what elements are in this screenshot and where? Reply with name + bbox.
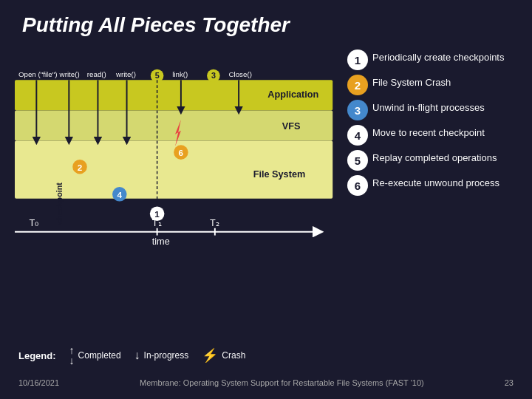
svg-text:Open ("file"): Open ("file") <box>18 70 58 78</box>
bottom-area: Legend: ↑ ↓ Completed ↓ In-progress ⚡ Cr… <box>0 332 532 377</box>
crash-bolt-icon: ⚡ <box>202 347 218 364</box>
legend-label: Legend: <box>18 350 56 361</box>
info-box-2: 2 File System Crash <box>347 73 517 95</box>
footer-date: 10/16/2021 <box>18 378 59 387</box>
info-text-4: Move to recent checkpoint <box>372 123 485 140</box>
svg-text:read(): read() <box>87 70 106 78</box>
legend-crash: ⚡ Crash <box>202 347 245 364</box>
info-number-4: 4 <box>347 125 368 146</box>
vfs-label: VFS <box>282 120 301 132</box>
info-box-6: 6 Re-execute unwound process <box>347 174 517 196</box>
diagram-area: Application VFS File System checkpoint O… <box>15 44 340 332</box>
legend-area: Legend: ↑ ↓ Completed ↓ In-progress ⚡ Cr… <box>18 345 245 366</box>
svg-text:write(): write() <box>115 70 136 78</box>
info-text-1: Periodically create checkpoints <box>372 48 504 64</box>
completed-arrows-icon: ↑ ↓ <box>69 345 75 366</box>
footer: 10/16/2021 Membrane: Operating System Su… <box>0 377 532 389</box>
diagram-svg: Application VFS File System checkpoint O… <box>15 44 340 332</box>
crash-label: Crash <box>222 350 245 361</box>
info-number-3: 3 <box>347 100 368 120</box>
info-box-4: 4 Move to recent checkpoint <box>347 123 517 146</box>
inprogress-label: In-progress <box>144 350 189 361</box>
main-content: Application VFS File System checkpoint O… <box>0 44 532 332</box>
svg-text:T₀: T₀ <box>30 217 39 228</box>
info-text-6: Re-execute unwound process <box>372 174 499 190</box>
svg-text:2: 2 <box>78 163 83 172</box>
svg-text:T₂: T₂ <box>210 217 219 228</box>
svg-text:write(): write() <box>59 70 80 78</box>
slide-title: Putting All Pieces Together <box>0 0 532 44</box>
checkpoint-label: checkpoint <box>55 183 64 225</box>
inprogress-arrow-icon: ↓ <box>134 349 140 362</box>
svg-text:link(): link() <box>172 70 188 78</box>
info-box-5: 5 Replay completed operations <box>347 149 517 171</box>
info-text-2: File System Crash <box>372 73 451 89</box>
info-text-3: Unwind in-flight processes <box>372 98 485 115</box>
footer-citation: Membrane: Operating System Support for R… <box>140 378 424 387</box>
info-box-1: 1 Periodically create checkpoints <box>347 48 517 70</box>
svg-text:3: 3 <box>211 71 216 80</box>
svg-text:Close(): Close() <box>228 70 251 78</box>
info-number-1: 1 <box>347 50 368 70</box>
svg-text:6: 6 <box>179 148 184 157</box>
svg-text:time: time <box>152 236 170 247</box>
legend-inprogress: ↓ In-progress <box>134 349 189 362</box>
completed-label: Completed <box>78 350 121 361</box>
svg-text:5: 5 <box>155 71 160 80</box>
info-number-2: 2 <box>347 75 368 95</box>
info-number-6: 6 <box>347 175 368 196</box>
info-box-3: 3 Unwind in-flight processes <box>347 98 517 120</box>
legend-completed: ↑ ↓ Completed <box>69 345 121 366</box>
footer-page: 23 <box>505 378 514 387</box>
slide: Putting All Pieces Together Application … <box>0 0 532 399</box>
arrow-down-icon: ↓ <box>69 355 75 366</box>
info-text-5: Replay completed operations <box>372 149 497 165</box>
app-label: Application <box>267 89 318 100</box>
fs-label: File System <box>253 168 306 180</box>
arrow-up-icon: ↑ <box>69 345 75 355</box>
svg-text:T₁: T₁ <box>152 217 162 228</box>
info-number-5: 5 <box>347 150 368 171</box>
svg-text:4: 4 <box>117 190 123 200</box>
info-boxes: 1 Periodically create checkpoints 2 File… <box>347 44 517 332</box>
